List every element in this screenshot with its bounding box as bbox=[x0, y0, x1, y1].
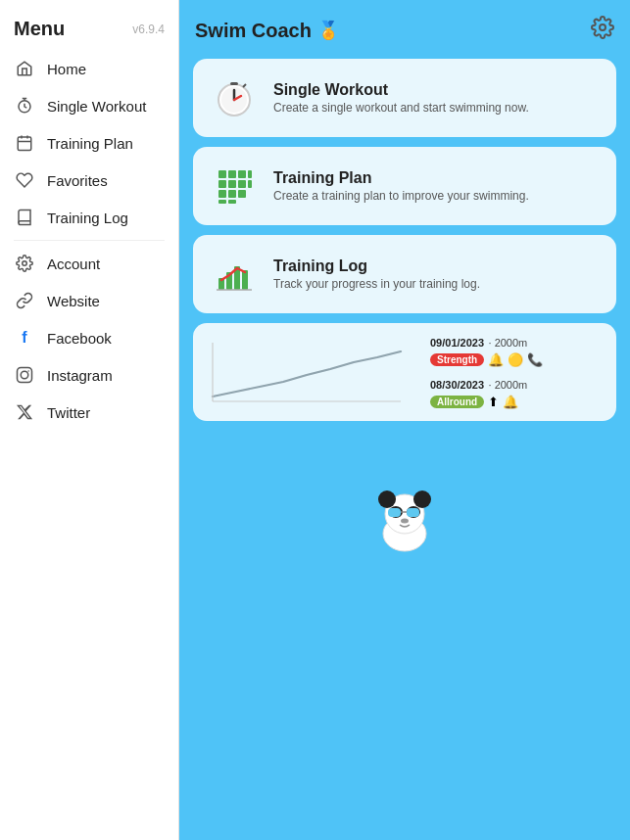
sidebar-label-single-workout: Single Workout bbox=[47, 98, 146, 115]
activity-tags-1: Strength 🔔 🟡 📞 bbox=[430, 352, 606, 367]
training-log-card[interactable]: Training Log Track your progress in your… bbox=[193, 235, 616, 313]
svg-point-36 bbox=[413, 490, 431, 508]
phone-icon: 📞 bbox=[527, 352, 543, 367]
link-icon bbox=[14, 292, 35, 309]
svg-point-5 bbox=[27, 370, 29, 372]
activity-distance-1: · 2000m bbox=[489, 337, 528, 349]
svg-rect-39 bbox=[388, 508, 401, 517]
gear-icon bbox=[14, 255, 35, 272]
sidebar-label-instagram: Instagram bbox=[47, 367, 113, 384]
svg-rect-16 bbox=[248, 170, 252, 178]
sidebar-label-facebook: Facebook bbox=[47, 330, 112, 347]
svg-point-35 bbox=[378, 490, 396, 508]
sidebar-item-training-log[interactable]: Training Log bbox=[0, 199, 178, 236]
sidebar-item-twitter[interactable]: Twitter bbox=[0, 394, 178, 431]
svg-rect-40 bbox=[407, 508, 419, 517]
book-icon bbox=[14, 209, 35, 226]
status-icon-1: 🟡 bbox=[508, 352, 523, 367]
bell-icon: 🔔 bbox=[488, 352, 504, 367]
bell-icon-2: 🔔 bbox=[503, 395, 518, 409]
sidebar-label-home: Home bbox=[47, 61, 86, 77]
activity-date-2: 08/30/2023 bbox=[430, 379, 484, 391]
tag-strength: Strength bbox=[430, 353, 484, 366]
svg-rect-1 bbox=[18, 137, 31, 151]
sidebar-label-account: Account bbox=[47, 256, 100, 272]
main-content: Swim Coach 🏅 Single Workout C bbox=[179, 0, 630, 840]
svg-point-2 bbox=[23, 261, 27, 266]
sidebar-label-favorites: Favorites bbox=[47, 172, 108, 189]
single-workout-card-desc: Create a single workout and start swimmi… bbox=[273, 101, 529, 115]
activity-date-1: 09/01/2023 bbox=[430, 337, 484, 349]
svg-rect-19 bbox=[238, 180, 246, 188]
heart-icon bbox=[14, 171, 35, 189]
crown-icon: 🏅 bbox=[317, 20, 339, 41]
svg-rect-21 bbox=[218, 190, 226, 198]
tag-allround: Allround bbox=[430, 396, 484, 408]
training-plan-card-title: Training Plan bbox=[273, 169, 529, 187]
sidebar-divider bbox=[14, 240, 165, 241]
app-title: Swim Coach bbox=[195, 20, 312, 42]
activity-distance-2: · 2000m bbox=[489, 379, 528, 391]
sidebar-label-training-log: Training Log bbox=[47, 210, 128, 226]
sidebar-version: v6.9.4 bbox=[132, 23, 165, 36]
sidebar-label-website: Website bbox=[47, 293, 100, 309]
training-plan-card-icon bbox=[209, 161, 260, 211]
svg-rect-22 bbox=[228, 190, 236, 198]
svg-rect-18 bbox=[228, 180, 236, 188]
svg-rect-17 bbox=[218, 180, 226, 188]
activity-tags-2: Allround ⬆ 🔔 bbox=[430, 395, 606, 409]
svg-point-6 bbox=[600, 24, 606, 30]
panda-svg bbox=[365, 480, 444, 558]
twitter-icon bbox=[14, 403, 35, 421]
single-workout-card-title: Single Workout bbox=[273, 81, 529, 99]
sidebar-item-single-workout[interactable]: Single Workout bbox=[0, 87, 178, 124]
activity-card[interactable]: 09/01/2023 · 2000m Strength 🔔 🟡 📞 08/30/… bbox=[193, 323, 616, 421]
svg-point-42 bbox=[401, 519, 409, 524]
svg-rect-14 bbox=[228, 170, 236, 178]
svg-rect-15 bbox=[238, 170, 246, 178]
sidebar: Menu v6.9.4 Home Single Workout Training… bbox=[0, 0, 179, 840]
feature-cards: Single Workout Create a single workout a… bbox=[179, 55, 630, 323]
stopwatch-icon bbox=[14, 97, 35, 115]
svg-point-4 bbox=[21, 371, 28, 379]
instagram-icon bbox=[14, 366, 35, 384]
main-header: Swim Coach 🏅 bbox=[179, 0, 630, 55]
single-workout-card-icon bbox=[209, 72, 260, 123]
single-workout-card-text: Single Workout Create a single workout a… bbox=[273, 81, 529, 115]
training-plan-card[interactable]: Training Plan Create a training plan to … bbox=[193, 147, 616, 225]
svg-rect-11 bbox=[230, 82, 238, 85]
training-log-card-title: Training Log bbox=[273, 257, 480, 275]
sidebar-item-home[interactable]: Home bbox=[0, 50, 178, 87]
training-log-card-desc: Track your progress in your training log… bbox=[273, 277, 480, 291]
sidebar-item-training-plan[interactable]: Training Plan bbox=[0, 124, 178, 162]
sidebar-item-instagram[interactable]: Instagram bbox=[0, 356, 178, 394]
settings-icon[interactable] bbox=[591, 16, 614, 45]
single-workout-card[interactable]: Single Workout Create a single workout a… bbox=[193, 59, 616, 137]
activity-chart bbox=[201, 338, 412, 406]
sidebar-label-training-plan: Training Plan bbox=[47, 135, 133, 152]
sidebar-item-favorites[interactable]: Favorites bbox=[0, 162, 178, 199]
sidebar-item-facebook[interactable]: f Facebook bbox=[0, 319, 178, 356]
svg-rect-3 bbox=[18, 368, 32, 383]
activity-list: 09/01/2023 · 2000m Strength 🔔 🟡 📞 08/30/… bbox=[420, 323, 616, 421]
mascot-area bbox=[179, 421, 630, 578]
calendar-icon bbox=[14, 134, 35, 152]
svg-line-12 bbox=[243, 84, 246, 87]
svg-rect-23 bbox=[238, 190, 246, 198]
svg-rect-13 bbox=[218, 170, 226, 178]
sidebar-item-website[interactable]: Website bbox=[0, 282, 178, 319]
svg-rect-24 bbox=[218, 200, 226, 204]
activity-entry-2[interactable]: 08/30/2023 · 2000m Allround ⬆ 🔔 bbox=[430, 375, 606, 409]
training-log-card-text: Training Log Track your progress in your… bbox=[273, 257, 480, 291]
panda-mascot bbox=[365, 480, 444, 558]
sidebar-item-account[interactable]: Account bbox=[0, 245, 178, 282]
sidebar-title: Menu bbox=[14, 18, 65, 40]
svg-rect-25 bbox=[228, 200, 236, 204]
training-log-card-icon bbox=[209, 249, 260, 300]
training-plan-card-desc: Create a training plan to improve your s… bbox=[273, 189, 529, 203]
home-icon bbox=[14, 60, 35, 77]
up-icon: ⬆ bbox=[488, 395, 499, 409]
chart-area bbox=[193, 323, 420, 421]
sidebar-header: Menu v6.9.4 bbox=[0, 0, 178, 50]
activity-entry-1[interactable]: 09/01/2023 · 2000m Strength 🔔 🟡 📞 bbox=[430, 333, 606, 367]
